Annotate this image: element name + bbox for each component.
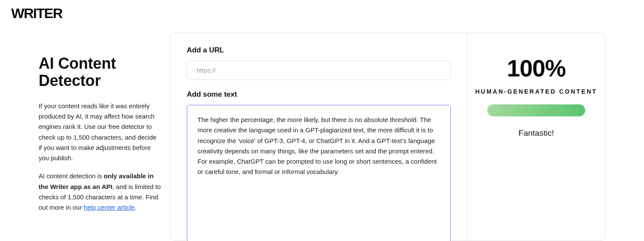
score-bar [487,104,585,116]
para2-post: . [134,204,136,211]
detector-card: Add a URL Add some text 100% HUMAN-GENER… [170,33,605,241]
url-input[interactable] [187,61,451,80]
input-panel: Add a URL Add some text [170,33,468,240]
help-center-link[interactable]: help center article [84,204,134,211]
url-label: Add a URL [187,46,451,55]
para2-pre: AI content detection is [39,172,104,180]
text-input[interactable] [187,105,451,241]
brand-logo: WRITER [11,6,62,21]
text-label: Add some text [187,90,451,99]
score-comment: Fantastic! [519,128,554,138]
score-percent: 100% [507,57,566,80]
page-title: AI Content Detector [39,55,161,90]
intro-paragraph-2: AI content detection is only available i… [39,171,161,213]
sidebar-copy: AI Content Detector If your content read… [39,55,161,221]
score-label: HUMAN-GENERATED CONTENT [475,88,597,95]
result-panel: 100% HUMAN-GENERATED CONTENT Fantastic! [468,33,605,240]
intro-paragraph-1: If your content reads like it was entire… [39,101,161,164]
